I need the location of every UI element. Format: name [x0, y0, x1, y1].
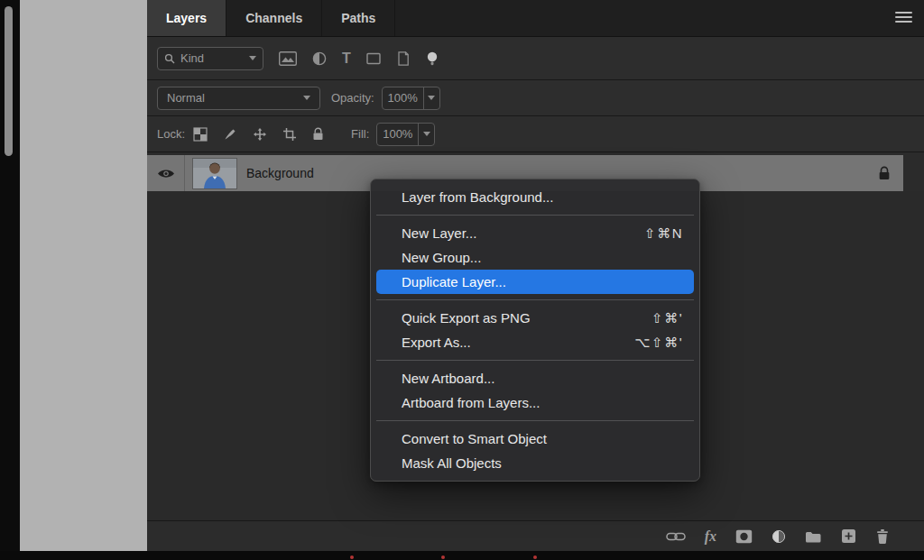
blend-mode-value: Normal	[167, 91, 205, 105]
tab-paths[interactable]: Paths	[322, 0, 395, 36]
shortcut-quick-export: ⇧⌘'	[651, 310, 683, 326]
adjustment-layers-filter-icon[interactable]	[312, 51, 327, 66]
lock-icon	[878, 166, 891, 180]
tab-channels[interactable]: Channels	[226, 0, 322, 36]
layer-thumbnail[interactable]	[192, 158, 237, 189]
lock-all-icon[interactable]	[312, 127, 324, 141]
menu-separator	[376, 420, 694, 421]
opacity-value: 100%	[383, 91, 423, 105]
dock-indicator-dot	[441, 555, 445, 559]
layer-context-menu: Layer from Background... New Layer... ⇧⌘…	[370, 179, 700, 482]
tab-layers[interactable]: Layers	[147, 0, 226, 36]
lock-transparent-pixels-icon[interactable]	[193, 127, 208, 142]
smart-objects-filter-icon[interactable]	[396, 51, 411, 66]
filter-row: Kind T	[147, 37, 924, 80]
lock-label: Lock:	[157, 127, 185, 141]
lock-image-pixels-icon[interactable]	[223, 127, 237, 142]
new-group-icon[interactable]	[805, 530, 822, 543]
chevron-down-icon	[418, 124, 434, 145]
filter-icon-group: T	[279, 51, 439, 66]
panel-tab-bar: Layers Channels Paths	[147, 0, 924, 37]
photoshop-layers-panel-screenshot: Layers Channels Paths Kind T	[0, 0, 924, 560]
opacity-select[interactable]: 100%	[382, 87, 440, 110]
delete-layer-icon[interactable]	[875, 528, 890, 544]
type-layers-filter-icon[interactable]: T	[342, 51, 351, 66]
bottom-edge-strip	[0, 551, 924, 560]
chevron-down-icon	[423, 87, 439, 109]
pixel-layers-filter-icon[interactable]	[279, 51, 297, 66]
menu-separator	[376, 215, 694, 216]
scrollbar-thumb[interactable]	[5, 6, 13, 156]
menu-item-artboard-from-layers[interactable]: Artboard from Layers...	[376, 390, 694, 415]
chevron-down-icon	[249, 56, 256, 60]
search-icon	[164, 53, 175, 64]
fill-select[interactable]: 100%	[376, 123, 435, 146]
layer-name[interactable]: Background	[246, 166, 314, 180]
menu-item-new-layer[interactable]: New Layer... ⇧⌘N	[376, 221, 694, 245]
menu-separator	[376, 299, 694, 300]
lock-row: Lock: Fill: 100%	[147, 116, 924, 152]
menu-item-layer-from-background[interactable]: Layer from Background...	[376, 185, 694, 209]
blend-row: Normal Opacity: 100%	[147, 80, 924, 116]
filter-kind-select[interactable]: Kind	[157, 47, 263, 70]
eye-icon	[157, 168, 175, 179]
canvas-area	[20, 0, 148, 551]
menu-item-quick-export-png[interactable]: Quick Export as PNG ⇧⌘'	[376, 306, 694, 330]
add-layer-mask-icon[interactable]	[735, 529, 753, 544]
menu-item-duplicate-layer[interactable]: Duplicate Layer...	[376, 270, 694, 294]
shape-layers-filter-icon[interactable]	[366, 51, 381, 66]
dock-indicator-dot	[350, 555, 354, 559]
layer-locked-badge	[878, 166, 891, 180]
layer-style-icon[interactable]: fx	[705, 528, 716, 545]
chevron-down-icon	[303, 96, 310, 100]
shortcut-new-layer: ⇧⌘N	[644, 225, 683, 242]
lock-icon-group	[193, 127, 324, 142]
shortcut-export-as: ⌥⇧⌘'	[634, 335, 683, 351]
panel-bottom-toolbar: fx	[147, 520, 924, 551]
new-adjustment-layer-icon[interactable]	[772, 529, 786, 544]
dock-indicator-dot	[533, 555, 537, 559]
menu-item-new-group[interactable]: New Group...	[376, 245, 694, 270]
lock-position-icon[interactable]	[253, 127, 267, 142]
link-layers-icon[interactable]	[666, 531, 686, 542]
menu-item-convert-to-smart-object[interactable]: Convert to Smart Object	[376, 427, 694, 451]
menu-item-export-as[interactable]: Export As... ⌥⇧⌘'	[376, 330, 694, 354]
fill-value: 100%	[377, 127, 418, 141]
new-layer-icon[interactable]	[841, 528, 856, 544]
opacity-label: Opacity:	[331, 91, 374, 105]
layer-visibility-toggle[interactable]	[147, 155, 185, 191]
filter-kind-value: Kind	[180, 51, 204, 65]
blend-mode-select[interactable]: Normal	[157, 87, 320, 110]
menu-item-new-artboard[interactable]: New Artboard...	[376, 366, 694, 390]
panel-menu-icon[interactable]	[895, 12, 912, 25]
menu-item-mask-all-objects[interactable]: Mask All Objects	[376, 451, 694, 475]
filter-toggle[interactable]	[426, 51, 439, 66]
lock-artboard-icon[interactable]	[282, 127, 297, 142]
fill-label: Fill:	[351, 127, 369, 141]
left-edge-strip	[0, 0, 20, 560]
menu-separator	[376, 360, 694, 361]
